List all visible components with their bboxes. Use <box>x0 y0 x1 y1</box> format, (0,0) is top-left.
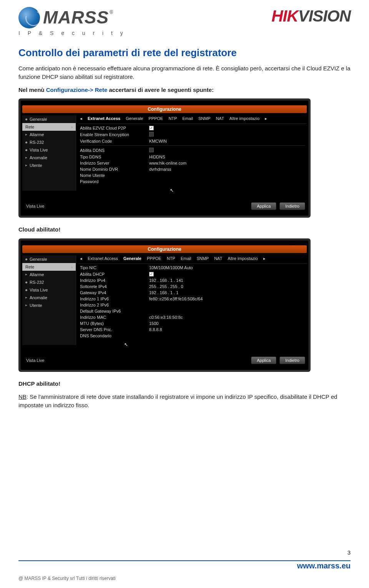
vista-live-button[interactable]: Vista Live <box>24 204 45 208</box>
page-number: 3 <box>347 549 351 556</box>
form-row-value: fe80::c256:e3ff:fe16:508c/64 <box>149 296 305 301</box>
dhcp-enabled-caption: DHCP abilitato! <box>18 380 351 388</box>
globe-icon <box>18 7 40 28</box>
checkbox[interactable] <box>149 132 154 137</box>
mouse-cursor-icon: ↖ <box>124 342 352 347</box>
checkbox[interactable]: ✓ <box>149 272 154 277</box>
sidebar-item-allarme[interactable]: Allarme <box>22 271 76 278</box>
form-row: Indirizzo 2 IPv6 <box>80 302 305 308</box>
sidebar-item-anomalie[interactable]: Anomalie <box>22 294 76 301</box>
form-row: Default Gateway IPv6 <box>80 308 305 314</box>
form-row-value: dvrhdmarss <box>149 167 305 172</box>
indietro-button[interactable]: Indietro <box>279 356 305 364</box>
sidebar-item-rs232[interactable]: RS-232 <box>22 138 76 146</box>
form-row-value[interactable]: ✓ <box>149 272 305 277</box>
sidebar-item-rete[interactable]: Rete› <box>22 263 76 271</box>
checkbox[interactable]: ✓ <box>149 126 154 130</box>
sidebar-item-utente[interactable]: Utente <box>22 162 76 169</box>
form-row: Indirizzo Serverwww.hik-online.com <box>80 160 305 166</box>
form-row: Verification CodeKMCWIN <box>80 138 305 144</box>
form-row-value[interactable]: ✓ <box>149 125 305 130</box>
applica-button[interactable]: Applica <box>251 202 276 210</box>
form-row: Abilita EZVIZ Cloud P2P✓ <box>80 125 305 131</box>
form-row-label: Nome Dominio DVR <box>80 167 149 172</box>
dvr-sidebar: Generale Rete› Allarme RS-232 Vista Live… <box>22 115 76 191</box>
dvr-screenshot-extranet: Configurazione Generale Rete› Allarme RS… <box>18 98 311 218</box>
form-row-label: Indirizzo Server <box>80 161 149 165</box>
vision-text: VISION <box>298 7 351 25</box>
website-url: www.marss.eu <box>297 561 351 570</box>
sidebar-item-generale[interactable]: Generale <box>22 115 76 123</box>
form-row: DNS Secondario <box>80 333 305 339</box>
sidebar-item-rete[interactable]: Rete› <box>22 123 76 131</box>
form-row: Indirizzo 1 IPv6fe80::c256:e3ff:fe16:508… <box>80 296 305 302</box>
form-row-value[interactable] <box>149 132 305 137</box>
form-row-value: 1500 <box>149 321 305 326</box>
sidebar-item-rs232[interactable]: RS-232 <box>22 278 76 286</box>
tab-generale[interactable]: Generale <box>123 256 141 261</box>
form-row-label: Password <box>80 179 149 184</box>
form-row-label: Enable Stream Encryption <box>80 132 149 137</box>
dvr-form-generale: Tipo NIC10M/100M/1000M AutoAbilita DHCP✓… <box>78 264 307 340</box>
form-row: Abilita DDNS <box>80 147 305 154</box>
sidebar-item-anomalie[interactable]: Anomalie <box>22 154 76 162</box>
form-row: Sottorete IPv4255 . 255 . 255 . 0 <box>80 283 305 290</box>
form-row-label: Abilita DHCP <box>80 272 149 277</box>
hikvision-logo: HIKVISION <box>271 7 351 25</box>
tab-extranet-access[interactable]: Extranet Access <box>88 256 118 261</box>
form-row-label: Indirizzo IPv4 <box>80 278 149 283</box>
applica-button[interactable]: Applica <box>251 356 276 364</box>
tab-pppoe[interactable]: PPPOE <box>147 256 161 261</box>
sidebar-item-vista-live[interactable]: Vista Live <box>22 146 76 154</box>
tab-snmp[interactable]: SNMP <box>196 256 209 261</box>
copyright-text: @ MARSS IP & Security srl Tutti i diritt… <box>18 576 116 581</box>
form-row: Abilita DHCP✓ <box>80 271 305 277</box>
note-label: NB <box>18 393 27 400</box>
tab-pppoe[interactable]: PPPOE <box>148 116 163 121</box>
form-row-value[interactable] <box>149 148 305 153</box>
marss-logo: MARSS® I P & S e c u r i t y <box>18 7 126 36</box>
tabs-right-arrow-icon[interactable]: ▸ <box>263 256 266 261</box>
form-row-label: Gateway IPv4 <box>80 290 149 295</box>
indietro-button[interactable]: Indietro <box>279 202 305 210</box>
form-row-value: KMCWIN <box>149 139 305 143</box>
tabs-right-arrow-icon[interactable]: ▸ <box>265 116 267 121</box>
dvr-form-extranet: Abilita EZVIZ Cloud P2P✓Enable Stream En… <box>78 124 307 185</box>
tab-ntp[interactable]: NTP <box>168 116 177 121</box>
dvr-sidebar-2: Generale Rete› Allarme RS-232 Vista Live… <box>22 255 76 345</box>
sidebar-item-allarme[interactable]: Allarme <box>22 131 76 138</box>
form-row-value: 8.8.8.8 <box>149 327 305 332</box>
checkbox[interactable] <box>149 148 154 152</box>
tab-extranet-access[interactable]: Extranet Access <box>88 116 120 121</box>
form-row-value: 10M/100M/1000M Auto <box>149 265 305 270</box>
tab-generale[interactable]: Generale <box>126 116 143 121</box>
form-row-value: 192 . 168 . 1 . 141 <box>149 278 305 283</box>
tab-ntp[interactable]: NTP <box>167 256 175 261</box>
form-row: Password <box>80 178 305 185</box>
tab-email[interactable]: Email <box>181 256 191 261</box>
tab-email[interactable]: Email <box>182 116 193 121</box>
tab-snmp[interactable]: SNMP <box>198 116 211 121</box>
intro-paragraph: Come anticipato non è necessario effettu… <box>18 64 351 81</box>
form-row-label: Abilita EZVIZ Cloud P2P <box>80 126 149 130</box>
sidebar-item-utente[interactable]: Utente <box>22 301 76 309</box>
form-row: Server DNS Pric.8.8.8.8 <box>80 326 305 333</box>
tab-altre[interactable]: Altre impostazio <box>228 256 258 261</box>
cloud-enabled-caption: Cloud abilitato! <box>18 225 351 234</box>
note-paragraph: NB: Se l'amministratore di rete dove sta… <box>18 393 351 410</box>
tabs-left-arrow-icon[interactable]: ◂ <box>80 256 82 261</box>
form-row: Tipo DDNSHiDDNS <box>80 154 305 160</box>
tabs-left-arrow-icon[interactable]: ◂ <box>80 116 82 121</box>
tab-nat[interactable]: NAT <box>214 256 222 261</box>
tab-nat[interactable]: NAT <box>216 116 224 121</box>
menu-path-paragraph: Nel menù Configurazione-> Rete accertars… <box>18 86 351 94</box>
form-row-label: MTU (Bytes) <box>80 321 149 326</box>
form-row-label: Verification Code <box>80 139 149 143</box>
form-row-label: Tipo NIC <box>80 265 149 270</box>
sidebar-item-generale[interactable]: Generale <box>22 255 76 263</box>
sidebar-item-vista-live[interactable]: Vista Live <box>22 286 76 294</box>
form-row-label: DNS Secondario <box>80 333 149 338</box>
vista-live-button[interactable]: Vista Live <box>24 358 45 363</box>
registered-mark: ® <box>110 10 113 15</box>
tab-altre[interactable]: Altre impostazio <box>229 116 259 121</box>
